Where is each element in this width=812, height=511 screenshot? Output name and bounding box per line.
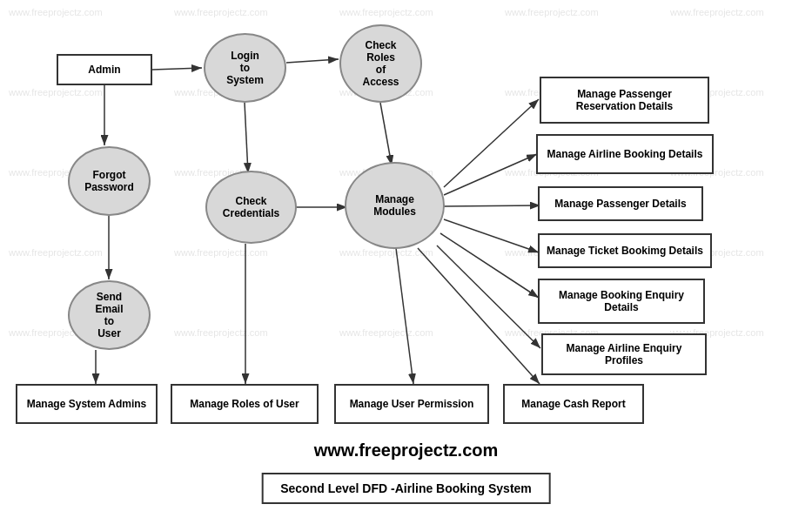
manage-passenger-details-label: Manage Passenger Details [554, 198, 686, 210]
manage-modules-label: ManageModules [373, 193, 416, 218]
svg-line-11 [444, 219, 539, 252]
svg-line-1 [152, 68, 202, 70]
svg-line-12 [440, 233, 539, 298]
manage-ticket-node: Manage Ticket Bookimg Details [538, 233, 712, 268]
watermark: www.freeprojectz.com [505, 7, 599, 17]
manage-roles-node: Manage Roles of User [171, 384, 319, 424]
diagram-container: www.freeprojectz.com www.freeprojectz.co… [0, 0, 812, 511]
watermark: www.freeprojectz.com [9, 247, 103, 258]
manage-airline-booking-label: Manage Airline Booking Details [547, 148, 703, 160]
footer-title: Second Level DFD -Airline Booking System [261, 473, 551, 504]
check-roles-label: CheckRolesofAccess [362, 39, 399, 88]
watermark: www.freeprojectz.com [9, 87, 103, 97]
manage-passenger-res-node: Manage PassengerReservation Details [540, 77, 709, 124]
svg-line-17 [418, 248, 540, 384]
watermark: www.freeprojectz.com [339, 7, 433, 17]
watermark: www.freeprojectz.com [174, 7, 268, 17]
manage-cash-label: Manage Cash Report [521, 398, 625, 410]
svg-line-2 [286, 59, 339, 63]
admin-node: Admin [57, 54, 152, 85]
manage-booking-enq-label: Manage Booking EnquiryDetails [559, 289, 684, 313]
watermark: www.freeprojectz.com [339, 247, 433, 258]
manage-booking-enq-node: Manage Booking EnquiryDetails [538, 279, 705, 324]
manage-airline-booking-node: Manage Airline Booking Details [536, 134, 714, 174]
watermark: www.freeprojectz.com [339, 327, 433, 338]
admin-label: Admin [88, 64, 120, 76]
svg-line-3 [245, 103, 248, 173]
login-node: LogintoSystem [204, 33, 286, 103]
login-label: LogintoSystem [226, 50, 264, 86]
forgot-pwd-node: ForgotPassword [68, 146, 151, 216]
manage-airline-enq-label: Manage Airline Enquiry Profiles [547, 342, 701, 366]
manage-sys-admins-label: Manage System Admins [27, 398, 147, 410]
watermark: www.freeprojectz.com [9, 7, 103, 17]
manage-cash-node: Manage Cash Report [503, 384, 644, 424]
watermark: www.freeprojectz.com [670, 7, 764, 17]
footer-url: www.freeprojectz.com [0, 440, 812, 461]
manage-sys-admins-node: Manage System Admins [16, 384, 158, 424]
forgot-pwd-label: ForgotPassword [84, 169, 134, 193]
svg-line-13 [437, 245, 540, 348]
watermark: www.freeprojectz.com [174, 247, 268, 258]
manage-user-perm-node: Manage User Permission [334, 384, 489, 424]
svg-line-8 [444, 99, 539, 187]
watermark: www.freeprojectz.com [174, 327, 268, 338]
check-roles-node: CheckRolesofAccess [339, 24, 422, 103]
manage-modules-node: ManageModules [345, 162, 445, 249]
manage-passenger-details-node: Manage Passenger Details [538, 186, 703, 221]
manage-user-perm-label: Manage User Permission [350, 398, 474, 410]
check-creds-label: CheckCredentials [223, 195, 279, 219]
check-creds-node: CheckCredentials [205, 171, 297, 244]
manage-passenger-res-label: Manage PassengerReservation Details [576, 88, 673, 112]
send-email-node: SendEmailtoUser [68, 280, 151, 350]
manage-ticket-label: Manage Ticket Bookimg Details [547, 245, 703, 257]
manage-roles-label: Manage Roles of User [190, 398, 299, 410]
svg-line-4 [380, 103, 392, 165]
svg-line-9 [444, 154, 537, 195]
svg-line-16 [396, 248, 413, 384]
manage-airline-enq-node: Manage Airline Enquiry Profiles [541, 333, 707, 375]
svg-line-10 [444, 205, 540, 206]
send-email-label: SendEmailtoUser [95, 291, 123, 340]
